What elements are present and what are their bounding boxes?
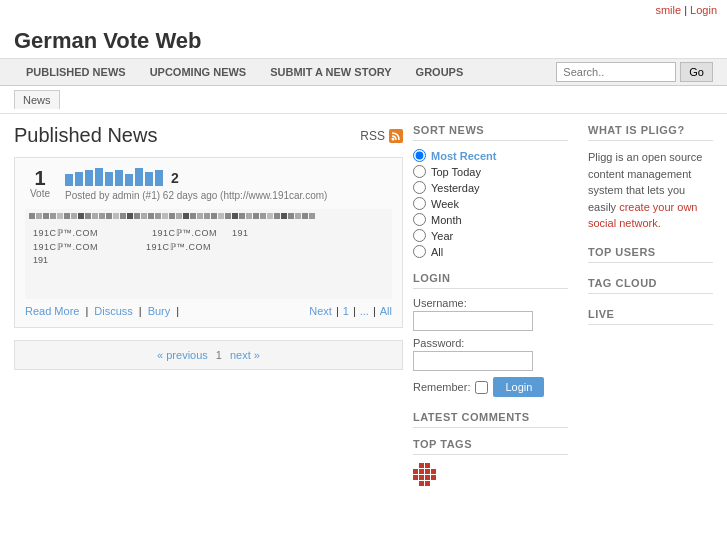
top-users-section: TOP USERS [588, 246, 713, 263]
sort-all[interactable]: All [413, 245, 568, 258]
vote-number: 1 [25, 168, 55, 188]
what-is-text: Pligg is an open source content manageme… [588, 149, 713, 232]
bar-chart: 2 [65, 168, 392, 186]
sort-year[interactable]: Year [413, 229, 568, 242]
nav-published-news[interactable]: PUBLISHED NEWS [14, 59, 138, 85]
read-more-link[interactable]: Read More [25, 305, 79, 317]
bar-2 [75, 172, 83, 186]
what-is-title: WHAT IS PLIGG? [588, 124, 713, 141]
latest-comments-title: LATEST COMMENTS [413, 411, 568, 428]
bar-5 [105, 172, 113, 186]
top-tags-title: TOP TAGS [413, 438, 568, 455]
nav-bar: PUBLISHED NEWS UPCOMING NEWS SUBMIT A NE… [0, 59, 727, 86]
left-content: Published News RSS 1 Vote [14, 124, 403, 493]
nav-upcoming-news[interactable]: UPCOMING NEWS [138, 59, 259, 85]
what-is-text-2: . [658, 217, 661, 229]
search-input[interactable] [556, 62, 676, 82]
next-page-link[interactable]: next » [230, 349, 260, 361]
sort-news-title: SORT NEWS [413, 124, 568, 141]
sort-month-label: Month [431, 214, 462, 226]
vote-label: Vote [25, 188, 55, 199]
sort-year-label: Year [431, 230, 453, 242]
nav-submit-story[interactable]: SUBMIT A NEW STORY [258, 59, 403, 85]
news-item: 1 Vote 2 [14, 157, 403, 328]
sort-most-recent[interactable]: Most Recent [413, 149, 568, 162]
live-section: LIVE [588, 308, 713, 325]
top-tags-section: TOP TAGS [413, 438, 568, 483]
page-1-link[interactable]: 1 [343, 305, 349, 317]
sort-yesterday-radio[interactable] [413, 181, 426, 194]
tag-cloud-title: TAG CLOUD [588, 277, 713, 294]
username-input[interactable] [413, 311, 533, 331]
pagination: « previous 1 next » [14, 340, 403, 370]
sort-week-radio[interactable] [413, 197, 426, 210]
bar-6 [115, 170, 123, 186]
sort-yesterday-label: Yesterday [431, 182, 480, 194]
prev-page-link[interactable]: « previous [157, 349, 208, 361]
discuss-link[interactable]: Discuss [94, 305, 133, 317]
main-layout: Published News RSS 1 Vote [0, 114, 727, 503]
right-content: WHAT IS PLIGG? Pligg is an open source c… [578, 124, 713, 493]
sort-top-today[interactable]: Top Today [413, 165, 568, 178]
bar-7 [125, 174, 133, 186]
sort-all-label: All [431, 246, 443, 258]
news-bar-area: 2 Posted by admin (#1) 62 days ago (http… [65, 168, 392, 201]
sort-all-radio[interactable] [413, 245, 426, 258]
news-links: Read More | Discuss | Bury | Next | 1 | … [25, 305, 392, 317]
bar-9 [145, 172, 153, 186]
news-content: 191Cℙ™.COM 191Cℙ™.COM 191 191Cℙ™.COM 191… [25, 209, 392, 299]
nav-groups[interactable]: GROUPS [404, 59, 476, 85]
live-title: LIVE [588, 308, 713, 325]
sort-month-radio[interactable] [413, 213, 426, 226]
remember-checkbox[interactable] [475, 381, 488, 394]
username-label: Username: [413, 297, 568, 309]
sort-most-recent-radio[interactable] [413, 149, 426, 162]
login-button[interactable]: Login [493, 377, 544, 397]
sort-month[interactable]: Month [413, 213, 568, 226]
bar-count: 2 [171, 170, 179, 186]
latest-comments-section: LATEST COMMENTS [413, 411, 568, 428]
remember-row: Remember: Login [413, 377, 568, 397]
middle-content: SORT NEWS Most Recent Top Today Yesterda… [403, 124, 578, 493]
rss-label: RSS [360, 129, 385, 143]
password-field: Password: [413, 337, 568, 371]
top-tags-icon [413, 463, 443, 483]
ellipsis-link[interactable]: ... [360, 305, 369, 317]
nav-links: PUBLISHED NEWS UPCOMING NEWS SUBMIT A NE… [14, 59, 475, 85]
sort-most-recent-label: Most Recent [431, 150, 496, 162]
sort-yesterday[interactable]: Yesterday [413, 181, 568, 194]
login-section: LOGIN Username: Password: Remember: Logi… [413, 272, 568, 397]
page-title: Published News [14, 124, 157, 147]
all-link[interactable]: All [380, 305, 392, 317]
sub-nav: News [0, 86, 727, 114]
top-users-title: TOP USERS [588, 246, 713, 263]
login-top-link[interactable]: Login [690, 4, 717, 16]
remember-label: Remember: [413, 381, 470, 393]
smile-link[interactable]: smile [655, 4, 681, 16]
svg-rect-0 [389, 129, 403, 143]
news-links-right: Next | 1 | ... | All [309, 305, 392, 317]
top-bar: smile | Login [0, 0, 727, 20]
login-title: LOGIN [413, 272, 568, 289]
bar-3 [85, 170, 93, 186]
rss-icon [389, 129, 403, 143]
sub-nav-news-tab[interactable]: News [14, 90, 60, 109]
username-field: Username: [413, 297, 568, 331]
search-go-button[interactable]: Go [680, 62, 713, 82]
bury-link[interactable]: Bury [148, 305, 171, 317]
rss-area: RSS [360, 129, 403, 143]
password-label: Password: [413, 337, 568, 349]
page-title-row: Published News RSS [14, 124, 403, 147]
password-input[interactable] [413, 351, 533, 371]
sort-year-radio[interactable] [413, 229, 426, 242]
bar-1 [65, 174, 73, 186]
svg-point-1 [392, 137, 395, 140]
sort-week[interactable]: Week [413, 197, 568, 210]
next-link[interactable]: Next [309, 305, 332, 317]
news-meta: Posted by admin (#1) 62 days ago (http:/… [65, 190, 392, 201]
sort-top-today-radio[interactable] [413, 165, 426, 178]
vote-box: 1 Vote [25, 168, 55, 199]
current-page: 1 [216, 349, 222, 361]
bar-8 [135, 168, 143, 186]
site-title: German Vote Web [0, 20, 727, 59]
